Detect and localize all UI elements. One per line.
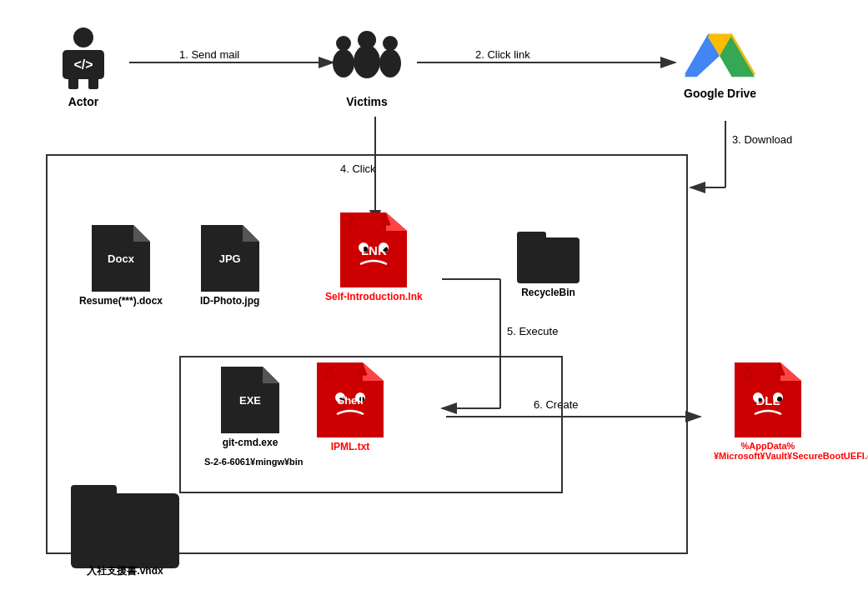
- vhdx-caption: 入社支援書.vhdx: [87, 564, 163, 578]
- svg-rect-62: [71, 485, 117, 500]
- shell-caption: IPML.txt: [331, 441, 370, 452]
- file-jpg: JPG ID-Photo.jpg: [200, 225, 259, 307]
- folder-vhdx: 入社支援書.vhdx: [71, 477, 179, 578]
- actor-section: </> Actor: [50, 25, 117, 108]
- svg-point-16: [354, 45, 380, 78]
- diagram: 1. Send mail 2. Click link 3. Download 4…: [0, 0, 868, 590]
- gdrive-label: Google Drive: [684, 87, 756, 100]
- lnk-label: LNK: [361, 243, 387, 258]
- svg-rect-13: [68, 78, 78, 89]
- svg-marker-44: [263, 367, 279, 383]
- svg-rect-41: [517, 238, 580, 283]
- dll-caption: %AppData%¥Microsoft¥Vault¥SecureBootUEFI…: [714, 441, 822, 461]
- file-shell: Shell IPML.txt: [317, 362, 384, 452]
- victims-label: Victims: [346, 95, 388, 108]
- svg-point-20: [379, 49, 401, 78]
- file-lnk: LNK Self-Introduction.lnk: [325, 212, 423, 302]
- svg-text:</>: </>: [73, 58, 93, 72]
- svg-rect-42: [517, 232, 546, 242]
- arrow-download: 3. Download: [732, 133, 792, 146]
- gdrive-icon: [685, 21, 755, 83]
- folder-recyclebin: RecycleBin: [517, 225, 580, 298]
- svg-rect-61: [71, 493, 179, 568]
- svg-point-17: [336, 36, 351, 51]
- actor-label: Actor: [68, 95, 99, 108]
- victims-icon: [325, 25, 409, 92]
- svg-marker-32: [243, 225, 259, 242]
- shell-label: Shell: [337, 394, 363, 407]
- svg-point-19: [383, 36, 398, 51]
- svg-marker-30: [133, 225, 150, 242]
- file-exe: EXE git-cmd.exe: [221, 367, 279, 448]
- jpg-label: JPG: [219, 252, 241, 265]
- svg-point-10: [73, 28, 93, 48]
- docx-label: Docx: [108, 252, 134, 265]
- gdrive-section: Google Drive: [684, 21, 756, 100]
- arrow-send-mail: 1. Send mail: [179, 48, 239, 61]
- svg-rect-14: [88, 78, 98, 89]
- svg-point-18: [333, 49, 354, 78]
- exe-caption: git-cmd.exe: [223, 437, 278, 448]
- actor-icon: </>: [50, 25, 117, 92]
- jpg-caption: ID-Photo.jpg: [200, 295, 259, 307]
- victims-section: Victims: [325, 25, 409, 108]
- file-docx: Docx Resume(***).docx: [79, 225, 163, 307]
- lnk-caption: Self-Introduction.lnk: [325, 291, 423, 302]
- path-label: S-2-6-6061¥mingw¥bin: [204, 457, 304, 467]
- arrow-click-link: 2. Click link: [475, 48, 530, 61]
- docx-caption: Resume(***).docx: [79, 295, 163, 307]
- recyclebin-caption: RecycleBin: [521, 287, 575, 298]
- exe-label: EXE: [239, 394, 261, 407]
- file-dll: DLL %AppData%¥Microsoft¥Vault¥SecureBoot…: [714, 362, 822, 461]
- dll-label: DLL: [755, 393, 780, 408]
